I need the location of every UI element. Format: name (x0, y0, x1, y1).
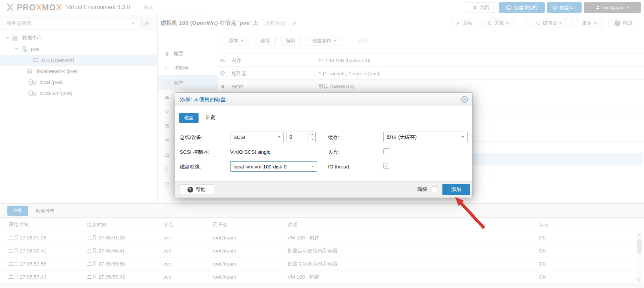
chevron-down-icon (311, 166, 314, 167)
bus-select[interactable]: SCSI (230, 132, 284, 142)
tab-disk[interactable]: 磁盘 (179, 113, 199, 123)
cache-select-value: 默认 (无缓存) (387, 134, 417, 140)
close-icon[interactable] (461, 96, 468, 103)
iothread-checkbox[interactable] (383, 163, 389, 169)
question-icon: ? (187, 187, 193, 193)
bus-select-value: SCSI (233, 134, 245, 140)
proxmox-screen: PROXMOX Virtual Environment 8.3.0 文档 创建虚… (0, 0, 644, 288)
dialog-help-label: 帮助 (196, 187, 206, 193)
scsi-controller-value: VirtIO SCSI single (230, 149, 271, 155)
advanced-checkbox[interactable] (432, 187, 437, 192)
chevron-down-icon (278, 136, 280, 138)
dialog-add-button[interactable]: 添加 (442, 184, 470, 195)
scsi-controller-label: SCSI 控制器: (180, 149, 209, 155)
spinner-buttons (309, 132, 315, 142)
tab-bandwidth[interactable]: 带宽 (201, 113, 219, 123)
cache-label: 缓存: (328, 134, 339, 141)
dialog-footer: ? 帮助 高级 添加 (175, 181, 472, 198)
spinner-up-icon[interactable] (309, 132, 316, 137)
bus-number-value: 0 (289, 132, 292, 142)
dialog-title: 添加: 未使用的磁盘 (180, 93, 226, 106)
add-unused-disk-dialog: 添加: 未使用的磁盘 磁盘 带宽 总线/设备: SCSI 0 缓存: 默认 (无… (175, 92, 473, 198)
dialog-help-button[interactable]: ? 帮助 (179, 184, 214, 195)
iothread-label: IO thread: (328, 164, 351, 169)
bus-number-spinner[interactable]: 0 (286, 132, 316, 142)
disk-image-value: local-lvm:vm-100-disk-0 (233, 164, 286, 169)
dialog-header[interactable]: 添加: 未使用的磁盘 (175, 93, 472, 106)
advanced-label: 高级 (417, 186, 427, 193)
discard-checkbox[interactable] (383, 148, 389, 154)
bus-device-label: 总线/设备: (180, 134, 203, 141)
disk-image-label: 磁盘映像: (180, 164, 201, 170)
disk-image-select[interactable]: local-lvm:vm-100-disk-0 (230, 161, 317, 172)
cache-select[interactable]: 默认 (无缓存) (383, 132, 468, 142)
discard-label: 丢弃: (328, 149, 339, 155)
chevron-down-icon (462, 136, 464, 138)
spinner-down-icon[interactable] (309, 137, 316, 142)
